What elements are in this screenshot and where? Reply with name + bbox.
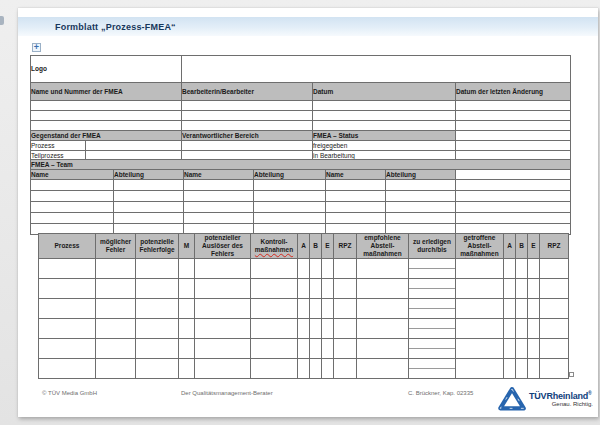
input-cell[interactable]	[195, 339, 251, 359]
input-cell[interactable]	[334, 299, 357, 319]
input-cell[interactable]	[456, 299, 504, 319]
input-cell[interactable]	[504, 299, 516, 319]
input-cell[interactable]	[540, 259, 569, 279]
input-cell[interactable]	[456, 131, 571, 141]
input-cell[interactable]	[298, 299, 310, 319]
input-cell[interactable]	[179, 299, 195, 319]
input-cell-durch-bis[interactable]	[409, 359, 456, 379]
input-cell[interactable]	[39, 279, 96, 299]
input-cell[interactable]	[298, 339, 310, 359]
input-cell[interactable]	[528, 319, 540, 339]
logo-cell[interactable]: Logo	[31, 56, 182, 83]
input-cell[interactable]	[357, 359, 409, 379]
input-cell[interactable]	[516, 259, 528, 279]
input-cell[interactable]	[182, 121, 313, 131]
durch-subcell[interactable]	[409, 359, 455, 368]
input-cell[interactable]	[504, 259, 516, 279]
input-cell[interactable]	[136, 319, 179, 339]
input-cell[interactable]	[310, 319, 322, 339]
input-cell[interactable]	[136, 279, 179, 299]
input-cell[interactable]	[179, 259, 195, 279]
durch-subcell[interactable]	[409, 259, 455, 268]
input-cell[interactable]	[251, 339, 298, 359]
input-cell[interactable]	[298, 259, 310, 279]
input-cell[interactable]	[96, 279, 136, 299]
input-cell[interactable]	[456, 279, 504, 299]
input-cell[interactable]	[195, 359, 251, 379]
input-cell[interactable]	[114, 202, 184, 213]
input-cell[interactable]	[357, 319, 409, 339]
input-cell[interactable]	[310, 339, 322, 359]
input-cell[interactable]	[456, 359, 504, 379]
input-cell[interactable]	[313, 121, 456, 131]
input-cell[interactable]	[504, 319, 516, 339]
input-cell[interactable]	[357, 259, 409, 279]
input-cell[interactable]	[254, 202, 326, 213]
input-cell[interactable]	[195, 259, 251, 279]
input-cell[interactable]	[322, 359, 334, 379]
input-cell[interactable]	[456, 111, 571, 121]
input-cell[interactable]	[184, 191, 254, 202]
input-cell[interactable]	[528, 299, 540, 319]
input-cell[interactable]	[528, 259, 540, 279]
input-cell[interactable]	[96, 319, 136, 339]
input-cell-durch-bis[interactable]	[409, 299, 456, 319]
input-cell[interactable]	[310, 259, 322, 279]
input-cell[interactable]	[516, 319, 528, 339]
input-cell[interactable]	[96, 299, 136, 319]
input-cell[interactable]	[136, 299, 179, 319]
input-cell[interactable]	[251, 299, 298, 319]
input-cell[interactable]	[298, 279, 310, 299]
input-cell[interactable]	[516, 299, 528, 319]
input-cell[interactable]	[251, 319, 298, 339]
table-move-handle[interactable]: +	[32, 43, 41, 52]
input-cell[interactable]	[179, 319, 195, 339]
input-cell[interactable]	[456, 141, 571, 151]
input-cell[interactable]	[528, 359, 540, 379]
input-cell-durch-bis[interactable]	[409, 339, 456, 359]
input-cell[interactable]	[184, 180, 254, 191]
input-cell[interactable]	[182, 56, 571, 83]
input-cell[interactable]	[322, 319, 334, 339]
input-cell[interactable]	[251, 279, 298, 299]
input-cell[interactable]	[96, 339, 136, 359]
input-cell[interactable]	[310, 279, 322, 299]
input-cell[interactable]	[254, 213, 326, 224]
input-cell[interactable]	[528, 339, 540, 359]
input-cell[interactable]	[334, 359, 357, 379]
input-cell[interactable]	[195, 319, 251, 339]
input-cell[interactable]	[179, 359, 195, 379]
input-cell[interactable]	[39, 339, 96, 359]
input-cell[interactable]	[254, 191, 326, 202]
durch-subcell[interactable]	[409, 319, 455, 328]
bis-subcell[interactable]	[409, 348, 455, 358]
input-cell[interactable]	[184, 202, 254, 213]
input-cell[interactable]	[334, 319, 357, 339]
input-cell[interactable]	[195, 279, 251, 299]
input-cell[interactable]	[456, 121, 571, 131]
input-cell[interactable]	[322, 259, 334, 279]
input-cell[interactable]	[114, 213, 184, 224]
input-cell[interactable]	[456, 339, 504, 359]
input-cell[interactable]	[504, 339, 516, 359]
input-cell[interactable]	[386, 213, 456, 224]
input-cell[interactable]	[251, 359, 298, 379]
input-cell[interactable]	[179, 339, 195, 359]
input-cell[interactable]	[357, 339, 409, 359]
input-cell[interactable]	[386, 191, 456, 202]
input-cell[interactable]	[39, 299, 96, 319]
input-cell[interactable]	[326, 191, 386, 202]
input-cell[interactable]	[298, 359, 310, 379]
input-cell[interactable]	[326, 180, 386, 191]
input-cell[interactable]	[540, 299, 569, 319]
input-cell[interactable]	[540, 359, 569, 379]
input-cell[interactable]	[326, 213, 386, 224]
status-freigegeben[interactable]: freigegeben	[313, 141, 456, 151]
input-cell[interactable]	[136, 339, 179, 359]
input-cell[interactable]	[357, 299, 409, 319]
input-cell[interactable]	[86, 141, 182, 151]
input-cell[interactable]	[516, 339, 528, 359]
input-cell-durch-bis[interactable]	[409, 279, 456, 299]
input-cell-durch-bis[interactable]	[409, 319, 456, 339]
input-cell[interactable]	[254, 180, 326, 191]
